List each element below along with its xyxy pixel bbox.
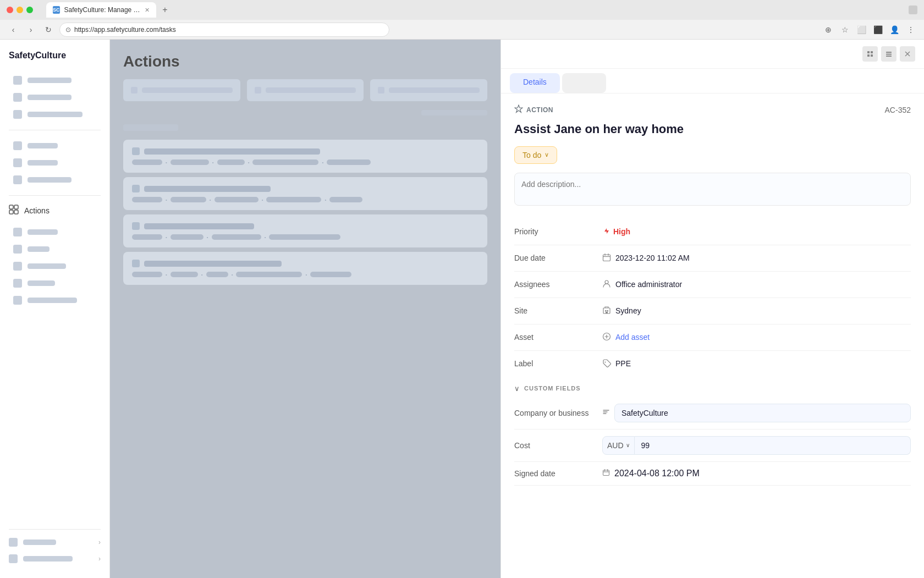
sidebar-label-5: [28, 160, 58, 166]
svg-rect-13: [603, 255, 610, 261]
sidebar-sub-icon-2: [13, 245, 22, 254]
cost-input[interactable]: [635, 436, 911, 455]
svg-rect-5: [871, 51, 873, 53]
minimize-button[interactable]: [16, 7, 23, 13]
sidebar-sub-item-1[interactable]: [4, 224, 105, 240]
sidebar-sub-label-4: [28, 280, 55, 286]
active-tab[interactable]: SC SafetyCulture: Manage Teams and... ✕: [46, 2, 156, 18]
custom-field-cost: Cost AUD ∨: [514, 430, 911, 462]
filter-btn-3[interactable]: [370, 79, 487, 101]
sidebar-item-1[interactable]: [4, 72, 105, 89]
app-layout: SafetyCulture: [0, 40, 924, 578]
card-meta-3b: [170, 234, 204, 240]
sidebar-sub-icon-3: [13, 262, 22, 271]
split-view-icon[interactable]: ⬛: [871, 23, 884, 36]
svg-rect-10: [886, 56, 892, 57]
detail-toolbar-btn-2[interactable]: [881, 46, 897, 62]
filter-btn-2[interactable]: [247, 79, 364, 101]
sidebar-sub-item-3[interactable]: [4, 258, 105, 274]
svg-rect-6: [867, 54, 870, 57]
sidebar-sub-item-5[interactable]: [4, 292, 105, 309]
asset-value[interactable]: Add asset: [602, 332, 911, 343]
detail-toolbar-btn-3[interactable]: [900, 46, 915, 62]
tab-details[interactable]: Details: [510, 73, 560, 93]
action-card-4[interactable]: • • • •: [123, 252, 487, 285]
assignees-label: Assignees: [514, 280, 602, 289]
action-badge-row: ACTION AC-352: [514, 104, 911, 115]
filter-btn-1[interactable]: [123, 79, 240, 101]
card-icon-2: [132, 185, 140, 192]
currency-chevron-icon: ∨: [626, 442, 630, 448]
maximize-button[interactable]: [26, 7, 33, 13]
action-card-2[interactable]: • • • •: [123, 177, 487, 210]
due-date-text: 2023-12-20 11:02 AM: [615, 254, 690, 262]
tab-close-button[interactable]: ✕: [145, 7, 150, 14]
sidebar-footer-item-1[interactable]: ›: [0, 534, 109, 551]
main-header: Actions: [110, 40, 501, 79]
due-date-value: 2023-12-20 11:02 AM: [602, 253, 911, 263]
close-button[interactable]: [7, 7, 13, 13]
svg-rect-3: [14, 210, 18, 214]
asset-text[interactable]: Add asset: [615, 333, 650, 342]
svg-rect-1: [14, 205, 18, 209]
sidebar-footer-item-2[interactable]: ›: [0, 551, 109, 567]
description-input[interactable]: [514, 173, 911, 206]
card-meta-1e: [327, 159, 371, 165]
detail-toolbar-btn-1[interactable]: [862, 46, 878, 62]
browser-control[interactable]: [909, 5, 917, 14]
url-text: https://app.safetyculture.com/tasks: [74, 26, 176, 34]
sidebar-item-actions[interactable]: Actions: [0, 200, 109, 221]
action-section-header: [110, 120, 501, 135]
bookmark-icon[interactable]: ☆: [838, 23, 851, 36]
extensions-icon[interactable]: ⬜: [855, 23, 868, 36]
sidebar-footer-content-2: [9, 554, 73, 563]
new-tab-button[interactable]: +: [158, 3, 172, 16]
asset-label: Asset: [514, 333, 602, 342]
profile-icon[interactable]: 👤: [888, 23, 901, 36]
forward-button[interactable]: ›: [24, 23, 37, 36]
sidebar-chevron-1: ›: [98, 538, 101, 546]
company-input[interactable]: [614, 404, 911, 422]
detail-tabs: Details: [501, 69, 924, 93]
sidebar-item-6[interactable]: [4, 172, 105, 188]
sidebar-label-3: [28, 112, 82, 117]
cost-value-container: AUD ∨: [602, 436, 911, 455]
sidebar-sub-item-4[interactable]: [4, 275, 105, 291]
tab-title: SafetyCulture: Manage Teams and...: [64, 6, 140, 14]
sidebar-sub-item-2[interactable]: [4, 241, 105, 257]
tag-icon: [602, 359, 611, 369]
address-bar[interactable]: ⊙ https://app.safetyculture.com/tasks: [59, 23, 389, 37]
action-card-1[interactable]: • • • •: [123, 140, 487, 173]
reload-button[interactable]: ↻: [42, 23, 55, 36]
card-title-1: [144, 148, 320, 155]
signed-date-value-container: 2024-04-08 12:00 PM: [602, 469, 911, 478]
detail-content: ACTION AC-352 Assist Jane on her way hom…: [501, 93, 924, 578]
card-meta-4d: [236, 272, 302, 277]
sidebar-icon-4: [13, 141, 22, 150]
sidebar-section-main: [0, 69, 109, 125]
svg-rect-4: [867, 51, 870, 53]
sidebar-item-3[interactable]: [4, 106, 105, 123]
sidebar-icon-5: [13, 158, 22, 167]
action-card-3[interactable]: • • •: [123, 214, 487, 247]
tab-other[interactable]: [562, 73, 606, 93]
card-meta-4b: [170, 272, 198, 277]
custom-fields-chevron-icon: ∨: [514, 384, 520, 393]
status-chevron-icon: ∨: [544, 151, 549, 158]
filter-bar: [110, 79, 501, 110]
zoom-icon[interactable]: ⊕: [822, 23, 835, 36]
menu-icon[interactable]: ⋮: [904, 23, 917, 36]
sidebar-item-4[interactable]: [4, 137, 105, 154]
card-meta-2b: [170, 197, 206, 202]
back-button[interactable]: ‹: [7, 23, 20, 36]
status-button[interactable]: To do ∨: [514, 146, 557, 164]
asset-icon: [602, 332, 611, 343]
text-icon: [602, 408, 610, 417]
sidebar-sub-label-1: [28, 229, 58, 235]
sidebar-icon-3: [13, 110, 22, 119]
label-text: PPE: [615, 359, 631, 368]
sidebar-item-5[interactable]: [4, 155, 105, 171]
currency-select[interactable]: AUD ∨: [602, 436, 635, 455]
custom-fields-header[interactable]: ∨ CUSTOM FIELDS: [514, 377, 911, 397]
sidebar-item-2[interactable]: [4, 89, 105, 106]
